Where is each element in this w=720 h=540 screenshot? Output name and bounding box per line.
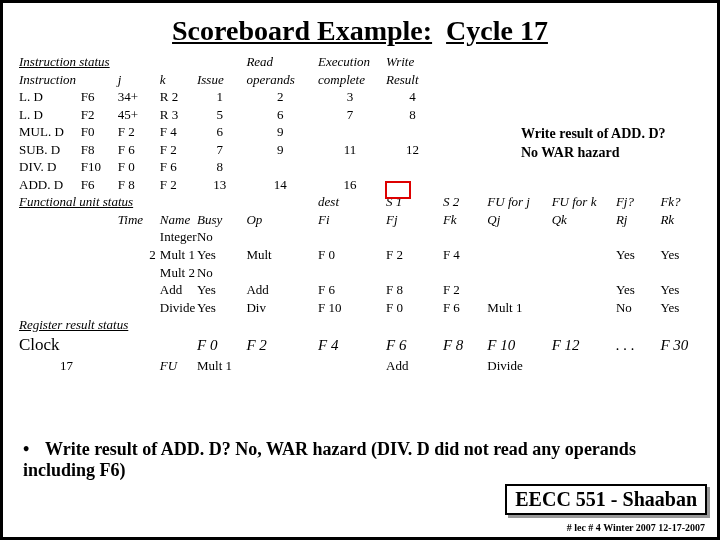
- s2-hdr: S 2: [441, 193, 485, 211]
- fuk-hdr: FU for k: [550, 193, 614, 211]
- reg-f30: F 30: [658, 334, 703, 357]
- title-part1: Scoreboard Example:: [172, 15, 432, 46]
- side-note-line1: Write result of ADD. D?: [521, 125, 691, 144]
- dest-hdr: dest: [316, 193, 384, 211]
- fi-hdr: Fi: [316, 211, 384, 229]
- fjq-hdr: Fj?: [614, 193, 658, 211]
- result-hdr: Result: [384, 71, 441, 89]
- fu-f6: Add: [384, 357, 441, 375]
- instr-status-hdr: Instruction status: [17, 53, 195, 71]
- operands-hdr: operands: [244, 71, 316, 89]
- rk-hdr: Rk: [658, 211, 703, 229]
- fu-label: FU: [158, 357, 195, 375]
- fu-f0: Mult 1: [195, 357, 244, 375]
- reg-fu-row: 17 FU Mult 1 Add Divide: [17, 357, 703, 375]
- fu-row: DivideYesDivF 10F 0F 6Mult 1NoYes: [17, 299, 703, 317]
- issue-hdr: Issue: [195, 71, 244, 89]
- instr-row: L. DF245+R 35678: [17, 106, 703, 124]
- fu-hdr-row2: Time Name Busy Op Fi Fj Fk Qj Qk Rj Rk: [17, 211, 703, 229]
- fu-f10: Divide: [485, 357, 549, 375]
- fu-row: Mult 2No: [17, 264, 703, 282]
- instr-hdr-row1: Instruction status Read Execution Write: [17, 53, 703, 71]
- title-part2: Cycle 17: [446, 15, 548, 46]
- reg-names-row: Clock F 0 F 2 F 4 F 6 F 8 F 10 F 12 . . …: [17, 334, 703, 357]
- name-hdr: Name: [158, 211, 195, 229]
- fuj-hdr: FU for j: [485, 193, 549, 211]
- fk-hdr: Fk: [441, 211, 485, 229]
- fkq-hdr: Fk?: [658, 193, 703, 211]
- exec-hdr: Execution: [316, 53, 384, 71]
- instr-row: L. DF634+R 21234: [17, 88, 703, 106]
- reg-f0: F 0: [195, 334, 244, 357]
- fu-row: 2Mult 1YesMultF 0F 2F 4YesYes: [17, 246, 703, 264]
- j-hdr: j: [116, 71, 158, 89]
- fj-hdr: Fj: [384, 211, 441, 229]
- signature-box: EECC 551 - Shaaban: [505, 484, 707, 515]
- slide-title: Scoreboard Example: Cycle 17: [17, 15, 703, 47]
- clock-value: 17: [17, 357, 116, 375]
- fu-row: IntegerNo: [17, 228, 703, 246]
- bullet-text: Write result of ADD. D? No, WAR hazard (…: [23, 439, 636, 480]
- highlight-box-icon: [385, 181, 411, 199]
- reg-status-hdr: Register result status: [17, 316, 195, 334]
- read-hdr: Read: [244, 53, 316, 71]
- reg-f2: F 2: [244, 334, 316, 357]
- complete-hdr: complete: [316, 71, 384, 89]
- reg-f4: F 4: [316, 334, 384, 357]
- instr-row: ADD. DF6F 8F 2131416: [17, 176, 703, 194]
- time-hdr: Time: [116, 211, 158, 229]
- instr-hdr-row2: Instruction j k Issue operands complete …: [17, 71, 703, 89]
- clock-label: Clock: [17, 334, 158, 357]
- signature-text: EECC 551 - Shaaban: [515, 488, 697, 510]
- content-area: Instruction status Read Execution Write …: [17, 53, 703, 374]
- op-hdr: Op: [244, 211, 316, 229]
- reg-f8: F 8: [441, 334, 485, 357]
- reg-f10: F 10: [485, 334, 549, 357]
- func-unit-hdr: Functional unit status: [17, 193, 195, 211]
- reg-f6: F 6: [384, 334, 441, 357]
- fu-row: AddYesAddF 6F 8F 2YesYes: [17, 281, 703, 299]
- slide-page: Scoreboard Example: Cycle 17 Instruction…: [0, 0, 720, 540]
- k-hdr: k: [158, 71, 195, 89]
- instruction-hdr: Instruction: [17, 71, 116, 89]
- reg-dots: . . .: [614, 334, 658, 357]
- bullet-icon: •: [23, 439, 45, 460]
- reg-f12: F 12: [550, 334, 614, 357]
- busy-hdr: Busy: [195, 211, 244, 229]
- bullet-note: •Write result of ADD. D? No, WAR hazard …: [23, 439, 697, 481]
- write-hdr: Write: [384, 53, 441, 71]
- reg-status-hdr-row: Register result status: [17, 316, 703, 334]
- scoreboard-table: Instruction status Read Execution Write …: [17, 53, 703, 374]
- qj-hdr: Qj: [485, 211, 549, 229]
- side-note-line2: No WAR hazard: [521, 144, 691, 163]
- rj-hdr: Rj: [614, 211, 658, 229]
- side-note: Write result of ADD. D? No WAR hazard: [521, 125, 691, 163]
- fu-hdr-row1: Functional unit status dest S 1 S 2 FU f…: [17, 193, 703, 211]
- footer-text: # lec # 4 Winter 2007 12-17-2007: [567, 522, 705, 533]
- qk-hdr: Qk: [550, 211, 614, 229]
